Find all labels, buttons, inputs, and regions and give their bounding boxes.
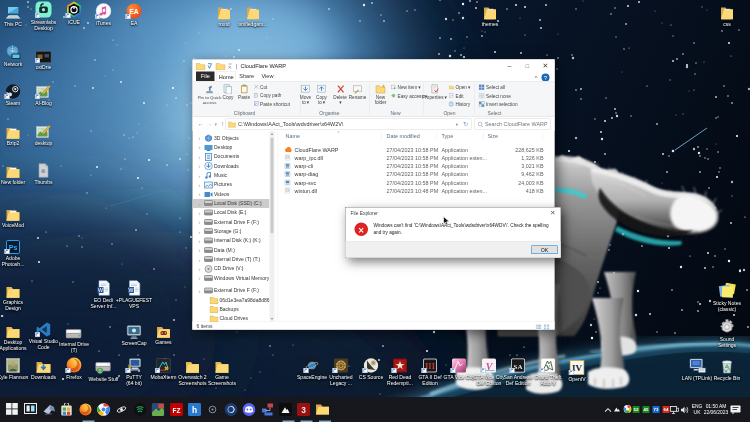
svg-text:SA: SA — [514, 363, 523, 371]
svg-text:3: 3 — [301, 405, 306, 415]
svg-text:Ps: Ps — [9, 244, 18, 251]
svg-text:III: III — [425, 361, 436, 371]
svg-text:V: V — [546, 363, 551, 370]
svg-text:EA: EA — [129, 8, 139, 15]
svg-text:h: h — [192, 405, 197, 415]
svg-text:W: W — [98, 287, 103, 293]
svg-text:IV: IV — [572, 363, 583, 373]
svg-text:W: W — [129, 287, 134, 293]
svg-text:FZ: FZ — [172, 407, 180, 414]
